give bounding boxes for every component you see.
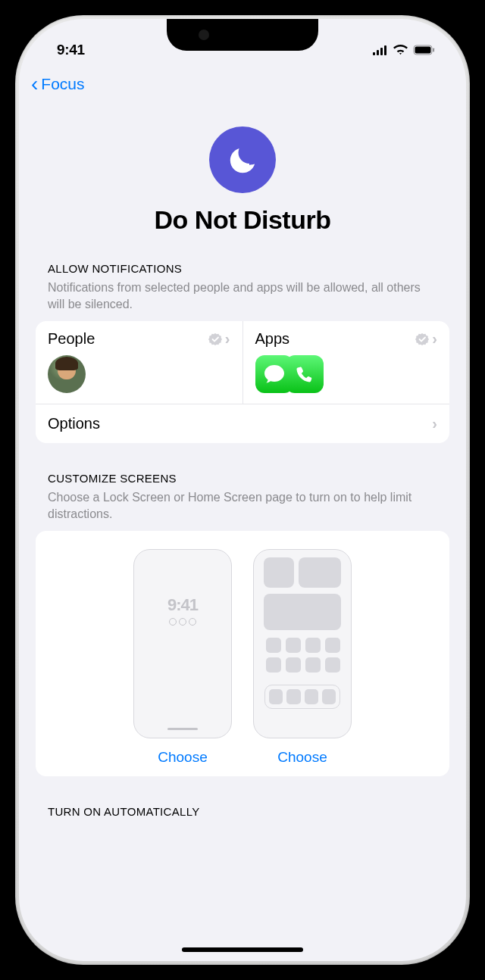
screens-row: 9:41 Choose <box>36 531 449 776</box>
customize-description: Choose a Lock Screen or Home Screen page… <box>36 489 449 531</box>
hs-app-grid <box>261 638 343 673</box>
chevron-right-icon: › <box>432 330 437 348</box>
people-label: People <box>48 330 95 348</box>
navigation-bar: ‹ Focus <box>19 64 466 104</box>
people-apps-row: People › Apps <box>36 321 449 404</box>
contact-avatar <box>48 355 86 393</box>
customize-card: 9:41 Choose <box>36 531 449 776</box>
apps-label: Apps <box>255 330 290 348</box>
notifications-card: People › Apps <box>36 321 449 443</box>
options-label: Options <box>48 415 100 432</box>
notifications-description: Notifications from selected people and a… <box>36 279 449 321</box>
back-label: Focus <box>41 75 84 93</box>
battery-icon <box>413 45 436 55</box>
content-area: Do Not Disturb ALLOW NOTIFICATIONS Notif… <box>19 104 466 818</box>
cellular-icon <box>373 45 388 55</box>
lock-screen-column: 9:41 Choose <box>133 549 232 766</box>
page-title: Do Not Disturb <box>36 205 449 235</box>
badge-check-icon <box>208 332 222 346</box>
options-row[interactable]: Options › <box>36 404 449 443</box>
svg-rect-3 <box>384 45 386 55</box>
phone-frame: 9:41 ‹ Focus <box>0 0 485 980</box>
svg-rect-2 <box>380 48 383 55</box>
chevron-right-icon: › <box>225 330 230 348</box>
lock-screen-preview[interactable]: 9:41 <box>133 549 232 738</box>
customize-header: CUSTOMIZE SCREENS <box>36 466 449 489</box>
svg-rect-0 <box>373 52 375 55</box>
status-time: 9:41 <box>57 42 85 58</box>
home-screen-column: Choose <box>253 549 352 766</box>
hs-big-widget <box>264 594 341 630</box>
lock-screen-time: 9:41 <box>142 595 224 615</box>
svg-rect-1 <box>377 50 379 55</box>
phone-app-icon <box>286 355 324 393</box>
screen: 9:41 ‹ Focus <box>19 19 466 961</box>
home-indicator[interactable] <box>182 947 303 952</box>
choose-home-screen-button[interactable]: Choose <box>253 749 352 766</box>
people-cell[interactable]: People › <box>36 321 242 404</box>
mini-home-indicator <box>167 728 198 730</box>
hs-widgets <box>261 557 343 588</box>
chevron-right-icon: › <box>432 415 437 432</box>
choose-lock-screen-button[interactable]: Choose <box>133 749 232 766</box>
svg-rect-5 <box>415 47 431 54</box>
home-screen-preview[interactable] <box>253 549 352 738</box>
lock-widget-dots <box>142 618 224 626</box>
svg-rect-6 <box>433 48 435 52</box>
badge-check-icon <box>415 332 429 346</box>
app-icons <box>255 355 438 393</box>
automatic-header: TURN ON AUTOMATICALLY <box>36 799 449 818</box>
dnd-icon <box>209 126 276 193</box>
notifications-header: ALLOW NOTIFICATIONS <box>36 256 449 279</box>
apps-cell[interactable]: Apps › <box>242 321 450 404</box>
wifi-icon <box>393 45 408 55</box>
chevron-left-icon: ‹ <box>31 73 38 95</box>
hs-dock <box>264 685 340 709</box>
phone-body: 9:41 ‹ Focus <box>15 15 470 965</box>
moon-icon <box>225 142 260 177</box>
status-icons <box>373 45 436 55</box>
back-button[interactable]: ‹ Focus <box>31 73 85 95</box>
hero-section: Do Not Disturb <box>36 104 449 256</box>
notch <box>167 19 318 51</box>
